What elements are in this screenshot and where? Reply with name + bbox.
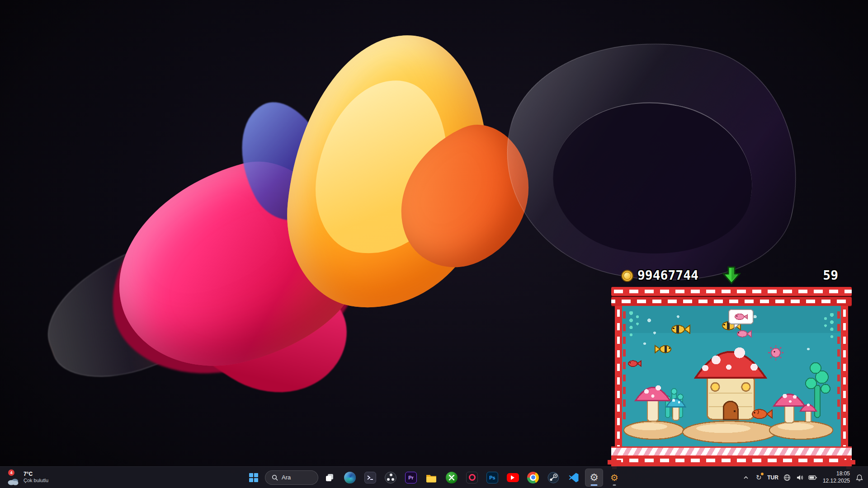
taskbar-app-terminal[interactable] — [361, 469, 379, 487]
opera-gx-icon — [466, 472, 478, 483]
obs-studio-icon — [385, 472, 396, 483]
coin-counter-group: 99467744 — [621, 269, 698, 282]
frame-base — [611, 446, 852, 466]
vscode-icon — [568, 472, 579, 483]
language-switcher[interactable]: TUR — [765, 469, 780, 486]
taskbar-app-premiere[interactable]: Pr — [402, 469, 420, 487]
taskbar: 4 7°C Çok bulutlu Ara — [0, 466, 868, 488]
taskbar-app-vscode[interactable] — [565, 469, 583, 487]
game-stats-bar: 99467744 59 — [615, 264, 848, 287]
cloud-icon — [7, 478, 19, 486]
weather-temperature: 7°C — [24, 471, 48, 478]
taskbar-app-opera-gx[interactable] — [463, 469, 481, 487]
taskbar-app-photoshop[interactable]: Ps — [483, 469, 501, 487]
aquarium-frame — [615, 287, 848, 466]
coin-icon — [621, 270, 633, 282]
taskbar-app-explorer[interactable] — [422, 469, 440, 487]
taskbar-center: Ara — [245, 467, 623, 488]
photoshop-label: Ps — [489, 475, 495, 480]
sync-alert-dot — [761, 473, 764, 475]
chevron-up-icon — [743, 475, 749, 480]
taskbar-app-obs[interactable] — [382, 469, 400, 487]
xbox-icon — [446, 472, 458, 483]
frame-base-stripes — [611, 446, 852, 455]
start-button[interactable] — [245, 469, 263, 487]
premiere-pro-icon: Pr — [405, 472, 417, 483]
edge-browser-icon — [344, 472, 356, 483]
aquarium-tank[interactable] — [622, 306, 841, 446]
bell-icon — [856, 474, 863, 481]
frame-left-column — [615, 306, 622, 446]
taskbar-app-utility[interactable]: ⚙ — [605, 469, 623, 487]
speaker-icon — [796, 474, 803, 481]
language-label: TUR — [767, 474, 778, 481]
taskbar-app-edge[interactable] — [341, 469, 359, 487]
photoshop-icon: Ps — [486, 472, 498, 483]
windows-logo-icon — [249, 473, 258, 482]
drop-arrow-icon — [721, 266, 742, 284]
coin-count: 99467744 — [637, 269, 698, 282]
chrome-icon — [527, 472, 539, 483]
clock-date: 12.12.2025 — [823, 478, 850, 485]
search-label: Ara — [282, 474, 291, 481]
tray-network-button[interactable] — [781, 469, 793, 486]
frame-top-stripe-1 — [611, 287, 852, 296]
frame-right-column — [841, 306, 848, 446]
taskbar-app-task-view[interactable] — [321, 469, 339, 487]
search-box[interactable]: Ara — [265, 470, 318, 485]
weather-condition: Çok bulutlu — [24, 478, 48, 484]
youtube-icon — [507, 473, 519, 482]
system-tray: ↻ TUR — [740, 467, 865, 488]
weather-text: 7°C Çok bulutlu — [24, 471, 48, 484]
file-explorer-folder-icon — [425, 472, 437, 483]
taskbar-app-settings[interactable]: ⚙ — [585, 469, 603, 487]
desktop: 99467744 59 — [0, 0, 868, 488]
frame-base-dashes — [611, 455, 852, 466]
active-app-indicator — [591, 484, 598, 486]
search-icon — [272, 474, 278, 481]
clock[interactable]: 18:05 12.12.2025 — [820, 470, 853, 484]
running-app-indicator — [613, 484, 616, 486]
gear-orange-icon: ⚙ — [610, 473, 618, 482]
right-counter: 59 — [823, 269, 838, 282]
steam-icon — [547, 472, 559, 483]
tray-sync-button[interactable]: ↻ — [753, 469, 764, 486]
taskbar-app-xbox[interactable] — [443, 469, 461, 487]
tray-battery-button[interactable] — [807, 469, 819, 486]
gear-icon: ⚙ — [590, 473, 599, 483]
aquarium-scene — [622, 306, 841, 446]
tray-volume-button[interactable] — [794, 469, 806, 486]
taskbar-app-steam[interactable] — [544, 469, 562, 487]
globe-icon — [783, 474, 791, 481]
terminal-icon — [364, 472, 376, 483]
taskbar-app-chrome[interactable] — [524, 469, 542, 487]
sync-icon: ↻ — [756, 474, 762, 481]
clock-time: 18:05 — [836, 470, 850, 478]
weather-widget[interactable]: 4 7°C Çok bulutlu — [5, 467, 51, 488]
notification-center-button[interactable] — [854, 469, 865, 486]
premiere-label: Pr — [408, 475, 414, 480]
notification-badge: 4 — [8, 469, 14, 476]
taskbar-app-youtube[interactable] — [504, 469, 522, 487]
weather-icon-stack: 4 — [7, 469, 20, 487]
tray-overflow-button[interactable] — [740, 469, 752, 486]
battery-icon — [808, 474, 817, 481]
frame-top-stripe-2 — [611, 297, 852, 306]
task-view-icon — [325, 473, 335, 483]
aquarium-game-overlay[interactable]: 99467744 59 — [615, 264, 848, 466]
